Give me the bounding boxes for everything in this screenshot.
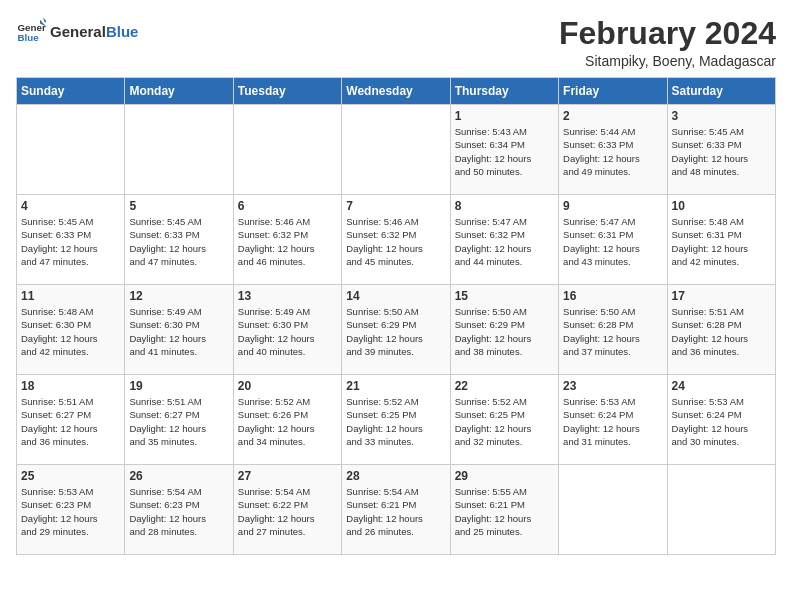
day-info: Sunrise: 5:52 AM Sunset: 6:26 PM Dayligh… (238, 395, 337, 448)
title-area: February 2024 Sitampiky, Boeny, Madagasc… (559, 16, 776, 69)
day-number: 8 (455, 199, 554, 213)
day-info: Sunrise: 5:45 AM Sunset: 6:33 PM Dayligh… (129, 215, 228, 268)
day-number: 12 (129, 289, 228, 303)
day-cell: 11Sunrise: 5:48 AM Sunset: 6:30 PM Dayli… (17, 285, 125, 375)
day-cell: 12Sunrise: 5:49 AM Sunset: 6:30 PM Dayli… (125, 285, 233, 375)
day-cell: 10Sunrise: 5:48 AM Sunset: 6:31 PM Dayli… (667, 195, 775, 285)
day-cell: 20Sunrise: 5:52 AM Sunset: 6:26 PM Dayli… (233, 375, 341, 465)
day-number: 22 (455, 379, 554, 393)
day-number: 27 (238, 469, 337, 483)
day-number: 5 (129, 199, 228, 213)
day-cell: 24Sunrise: 5:53 AM Sunset: 6:24 PM Dayli… (667, 375, 775, 465)
calendar-table: SundayMondayTuesdayWednesdayThursdayFrid… (16, 77, 776, 555)
day-info: Sunrise: 5:53 AM Sunset: 6:24 PM Dayligh… (563, 395, 662, 448)
day-cell: 4Sunrise: 5:45 AM Sunset: 6:33 PM Daylig… (17, 195, 125, 285)
day-cell: 19Sunrise: 5:51 AM Sunset: 6:27 PM Dayli… (125, 375, 233, 465)
day-cell: 16Sunrise: 5:50 AM Sunset: 6:28 PM Dayli… (559, 285, 667, 375)
logo-icon: General Blue (16, 16, 46, 46)
day-cell: 25Sunrise: 5:53 AM Sunset: 6:23 PM Dayli… (17, 465, 125, 555)
day-cell: 3Sunrise: 5:45 AM Sunset: 6:33 PM Daylig… (667, 105, 775, 195)
header-cell-monday: Monday (125, 78, 233, 105)
logo-blue: Blue (106, 23, 139, 40)
day-cell: 28Sunrise: 5:54 AM Sunset: 6:21 PM Dayli… (342, 465, 450, 555)
day-info: Sunrise: 5:51 AM Sunset: 6:27 PM Dayligh… (129, 395, 228, 448)
day-cell (17, 105, 125, 195)
day-info: Sunrise: 5:52 AM Sunset: 6:25 PM Dayligh… (346, 395, 445, 448)
week-row-1: 4Sunrise: 5:45 AM Sunset: 6:33 PM Daylig… (17, 195, 776, 285)
day-number: 6 (238, 199, 337, 213)
header-cell-tuesday: Tuesday (233, 78, 341, 105)
day-cell (125, 105, 233, 195)
header-cell-thursday: Thursday (450, 78, 558, 105)
header-cell-sunday: Sunday (17, 78, 125, 105)
logo-general: General (50, 23, 106, 40)
svg-text:Blue: Blue (18, 32, 40, 43)
day-info: Sunrise: 5:49 AM Sunset: 6:30 PM Dayligh… (238, 305, 337, 358)
day-cell: 2Sunrise: 5:44 AM Sunset: 6:33 PM Daylig… (559, 105, 667, 195)
day-info: Sunrise: 5:44 AM Sunset: 6:33 PM Dayligh… (563, 125, 662, 178)
day-number: 11 (21, 289, 120, 303)
calendar-subtitle: Sitampiky, Boeny, Madagascar (559, 53, 776, 69)
header-cell-saturday: Saturday (667, 78, 775, 105)
day-number: 17 (672, 289, 771, 303)
day-number: 28 (346, 469, 445, 483)
day-number: 25 (21, 469, 120, 483)
day-info: Sunrise: 5:45 AM Sunset: 6:33 PM Dayligh… (21, 215, 120, 268)
day-info: Sunrise: 5:43 AM Sunset: 6:34 PM Dayligh… (455, 125, 554, 178)
day-cell: 26Sunrise: 5:54 AM Sunset: 6:23 PM Dayli… (125, 465, 233, 555)
day-number: 10 (672, 199, 771, 213)
day-info: Sunrise: 5:45 AM Sunset: 6:33 PM Dayligh… (672, 125, 771, 178)
day-number: 14 (346, 289, 445, 303)
day-cell: 17Sunrise: 5:51 AM Sunset: 6:28 PM Dayli… (667, 285, 775, 375)
week-row-3: 18Sunrise: 5:51 AM Sunset: 6:27 PM Dayli… (17, 375, 776, 465)
day-cell: 27Sunrise: 5:54 AM Sunset: 6:22 PM Dayli… (233, 465, 341, 555)
week-row-0: 1Sunrise: 5:43 AM Sunset: 6:34 PM Daylig… (17, 105, 776, 195)
day-info: Sunrise: 5:54 AM Sunset: 6:22 PM Dayligh… (238, 485, 337, 538)
day-number: 20 (238, 379, 337, 393)
day-cell (342, 105, 450, 195)
day-info: Sunrise: 5:54 AM Sunset: 6:23 PM Dayligh… (129, 485, 228, 538)
header-cell-friday: Friday (559, 78, 667, 105)
day-info: Sunrise: 5:49 AM Sunset: 6:30 PM Dayligh… (129, 305, 228, 358)
logo: General Blue General Blue (16, 16, 138, 46)
day-info: Sunrise: 5:52 AM Sunset: 6:25 PM Dayligh… (455, 395, 554, 448)
day-number: 29 (455, 469, 554, 483)
day-cell: 1Sunrise: 5:43 AM Sunset: 6:34 PM Daylig… (450, 105, 558, 195)
day-number: 23 (563, 379, 662, 393)
day-cell: 23Sunrise: 5:53 AM Sunset: 6:24 PM Dayli… (559, 375, 667, 465)
day-info: Sunrise: 5:46 AM Sunset: 6:32 PM Dayligh… (346, 215, 445, 268)
day-cell: 22Sunrise: 5:52 AM Sunset: 6:25 PM Dayli… (450, 375, 558, 465)
day-cell (559, 465, 667, 555)
day-number: 16 (563, 289, 662, 303)
calendar-body: 1Sunrise: 5:43 AM Sunset: 6:34 PM Daylig… (17, 105, 776, 555)
header-row: SundayMondayTuesdayWednesdayThursdayFrid… (17, 78, 776, 105)
day-number: 26 (129, 469, 228, 483)
day-cell: 21Sunrise: 5:52 AM Sunset: 6:25 PM Dayli… (342, 375, 450, 465)
header-cell-wednesday: Wednesday (342, 78, 450, 105)
day-info: Sunrise: 5:51 AM Sunset: 6:28 PM Dayligh… (672, 305, 771, 358)
day-number: 24 (672, 379, 771, 393)
day-info: Sunrise: 5:53 AM Sunset: 6:24 PM Dayligh… (672, 395, 771, 448)
day-info: Sunrise: 5:50 AM Sunset: 6:29 PM Dayligh… (455, 305, 554, 358)
week-row-2: 11Sunrise: 5:48 AM Sunset: 6:30 PM Dayli… (17, 285, 776, 375)
day-cell: 7Sunrise: 5:46 AM Sunset: 6:32 PM Daylig… (342, 195, 450, 285)
day-cell (233, 105, 341, 195)
day-cell: 13Sunrise: 5:49 AM Sunset: 6:30 PM Dayli… (233, 285, 341, 375)
day-number: 9 (563, 199, 662, 213)
day-info: Sunrise: 5:46 AM Sunset: 6:32 PM Dayligh… (238, 215, 337, 268)
day-info: Sunrise: 5:51 AM Sunset: 6:27 PM Dayligh… (21, 395, 120, 448)
day-info: Sunrise: 5:50 AM Sunset: 6:28 PM Dayligh… (563, 305, 662, 358)
day-number: 18 (21, 379, 120, 393)
day-cell: 6Sunrise: 5:46 AM Sunset: 6:32 PM Daylig… (233, 195, 341, 285)
day-cell: 15Sunrise: 5:50 AM Sunset: 6:29 PM Dayli… (450, 285, 558, 375)
day-cell: 29Sunrise: 5:55 AM Sunset: 6:21 PM Dayli… (450, 465, 558, 555)
day-info: Sunrise: 5:48 AM Sunset: 6:30 PM Dayligh… (21, 305, 120, 358)
day-cell: 8Sunrise: 5:47 AM Sunset: 6:32 PM Daylig… (450, 195, 558, 285)
day-number: 15 (455, 289, 554, 303)
day-number: 21 (346, 379, 445, 393)
day-info: Sunrise: 5:47 AM Sunset: 6:31 PM Dayligh… (563, 215, 662, 268)
day-info: Sunrise: 5:48 AM Sunset: 6:31 PM Dayligh… (672, 215, 771, 268)
day-cell: 5Sunrise: 5:45 AM Sunset: 6:33 PM Daylig… (125, 195, 233, 285)
day-cell: 9Sunrise: 5:47 AM Sunset: 6:31 PM Daylig… (559, 195, 667, 285)
calendar-title: February 2024 (559, 16, 776, 51)
